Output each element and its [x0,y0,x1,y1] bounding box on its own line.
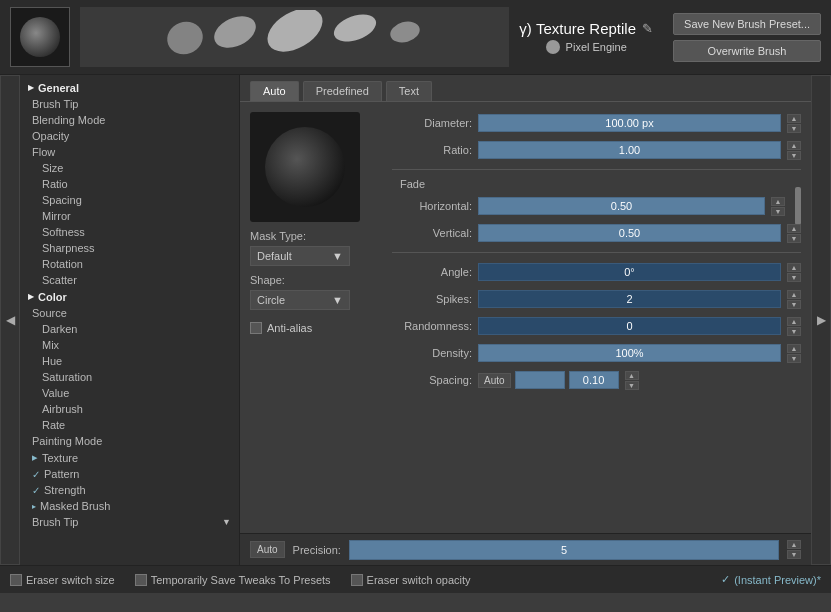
tab-predefined[interactable]: Predefined [303,81,382,101]
sidebar-item-source[interactable]: Source [20,305,239,321]
sidebar-item-darken[interactable]: Darken [20,321,239,337]
spacing-bar[interactable] [515,371,565,389]
sidebar-item-sharpness[interactable]: Sharpness [20,240,239,256]
sidebar-item-masked-brush[interactable]: ▸ Masked Brush [20,498,239,514]
spacing-up[interactable]: ▲ [625,371,639,380]
nav-left-arrow[interactable]: ◀ [0,75,20,565]
sidebar-item-size[interactable]: Size [20,160,239,176]
spikes-input[interactable]: 2 [478,290,781,308]
anti-alias-checkbox[interactable] [250,322,262,334]
brush-tip-bottom-label: Brush Tip [32,516,78,528]
sidebar-item-rate[interactable]: Rate [20,417,239,433]
ratio-down[interactable]: ▼ [787,151,801,160]
sidebar-item-value[interactable]: Value [20,385,239,401]
sidebar-item-strength[interactable]: ✓ Strength [20,482,239,498]
sidebar-item-ratio[interactable]: Ratio [20,176,239,192]
sidebar-item-general[interactable]: ▸ General [20,79,239,96]
sidebar-item-hue[interactable]: Hue [20,353,239,369]
masked-brush-label: Masked Brush [40,500,110,512]
spacing-auto-btn[interactable]: Auto [478,373,511,388]
ratio-label: Ratio: [392,144,472,156]
diameter-down[interactable]: ▼ [787,124,801,133]
randomness-down[interactable]: ▼ [787,327,801,336]
spikes-up[interactable]: ▲ [787,290,801,299]
sidebar-item-flow[interactable]: Flow [20,144,239,160]
sidebar-item-pattern[interactable]: ✓ Pattern [20,466,239,482]
sidebar-item-brush-tip[interactable]: Brush Tip [20,96,239,112]
ratio-up[interactable]: ▲ [787,141,801,150]
sidebar: ▸ General Brush Tip Blending Mode Opacit… [20,75,240,565]
precision-label: Precision: [293,544,341,556]
blending-mode-label: Blending Mode [32,114,105,126]
pencil-icon[interactable]: ✎ [642,21,653,36]
save-tweaks-item: Temporarily Save Tweaks To Presets [135,574,331,586]
sidebar-item-airbrush[interactable]: Airbrush [20,401,239,417]
mask-type-dropdown[interactable]: Default ▼ [250,246,350,266]
sidebar-item-blending-mode[interactable]: Blending Mode [20,112,239,128]
save-tweaks-checkbox[interactable] [135,574,147,586]
sidebar-item-scatter[interactable]: Scatter [20,272,239,288]
save-new-brush-button[interactable]: Save New Brush Preset... [673,13,821,35]
sidebar-item-mirror[interactable]: Mirror [20,208,239,224]
sidebar-item-brush-tip-bottom[interactable]: Brush Tip ▼ [20,514,239,530]
tab-auto[interactable]: Auto [250,81,299,101]
sidebar-item-color[interactable]: ▸ Color [20,288,239,305]
sidebar-item-saturation[interactable]: Saturation [20,369,239,385]
svg-point-0 [162,16,207,58]
shape-dropdown[interactable]: Circle ▼ [250,290,350,310]
nav-right-arrow[interactable]: ▶ [811,75,831,565]
precision-down[interactable]: ▼ [787,550,801,559]
mask-type-arrow: ▼ [332,250,343,262]
horizontal-input[interactable]: 0.50 [478,197,765,215]
randomness-up[interactable]: ▲ [787,317,801,326]
precision-value: 5 [561,544,567,556]
diameter-up[interactable]: ▲ [787,114,801,123]
horizontal-down[interactable]: ▼ [771,207,785,216]
horizontal-up[interactable]: ▲ [771,197,785,206]
randomness-input[interactable]: 0 [478,317,781,335]
spacing-row: Spacing: Auto 0.10 ▲ ▼ [392,369,801,391]
sidebar-item-painting-mode[interactable]: Painting Mode [20,433,239,449]
softness-label: Softness [42,226,85,238]
density-up[interactable]: ▲ [787,344,801,353]
sidebar-item-texture[interactable]: ▸ Texture [20,449,239,466]
density-down[interactable]: ▼ [787,354,801,363]
sidebar-item-mix[interactable]: Mix [20,337,239,353]
ratio-input[interactable]: 1.00 [478,141,781,159]
anti-alias-label: Anti-alias [267,322,312,334]
overwrite-brush-button[interactable]: Overwrite Brush [673,40,821,62]
diameter-input[interactable]: 100.00 px [478,114,781,132]
density-input[interactable]: 100% [478,344,781,362]
sidebar-item-opacity[interactable]: Opacity [20,128,239,144]
angle-down[interactable]: ▼ [787,273,801,282]
brush-title: γ) Texture Reptile ✎ [519,20,653,37]
spacing-down[interactable]: ▼ [625,381,639,390]
vertical-down[interactable]: ▼ [787,234,801,243]
mask-type-label: Mask Type: [250,230,380,242]
sidebar-item-spacing[interactable]: Spacing [20,192,239,208]
sidebar-item-rotation[interactable]: Rotation [20,256,239,272]
density-value: 100% [615,347,643,359]
sidebar-item-softness[interactable]: Softness [20,224,239,240]
precision-up[interactable]: ▲ [787,540,801,549]
content-area: Auto Predefined Text Mask Type: Default … [240,75,811,565]
size-label: Size [42,162,63,174]
brush-preview-area [80,7,509,67]
spacing-label: Spacing [42,194,82,206]
spacing-value-input[interactable]: 0.10 [569,371,619,389]
angle-input[interactable]: 0° [478,263,781,281]
spacing-row-label: Spacing: [392,374,472,386]
angle-up[interactable]: ▲ [787,263,801,272]
drag-handle[interactable] [795,187,801,225]
eraser-opacity-checkbox[interactable] [351,574,363,586]
spikes-down[interactable]: ▼ [787,300,801,309]
eraser-size-checkbox[interactable] [10,574,22,586]
brush-tip-dropdown-arrow[interactable]: ▼ [222,517,231,527]
precision-input[interactable]: 5 [349,540,779,560]
vertical-input[interactable]: 0.50 [478,224,781,242]
darken-label: Darken [42,323,77,335]
spikes-row: Spikes: 2 ▲ ▼ [392,288,801,310]
tab-text[interactable]: Text [386,81,432,101]
precision-auto-btn[interactable]: Auto [250,541,285,558]
vertical-up[interactable]: ▲ [787,224,801,233]
